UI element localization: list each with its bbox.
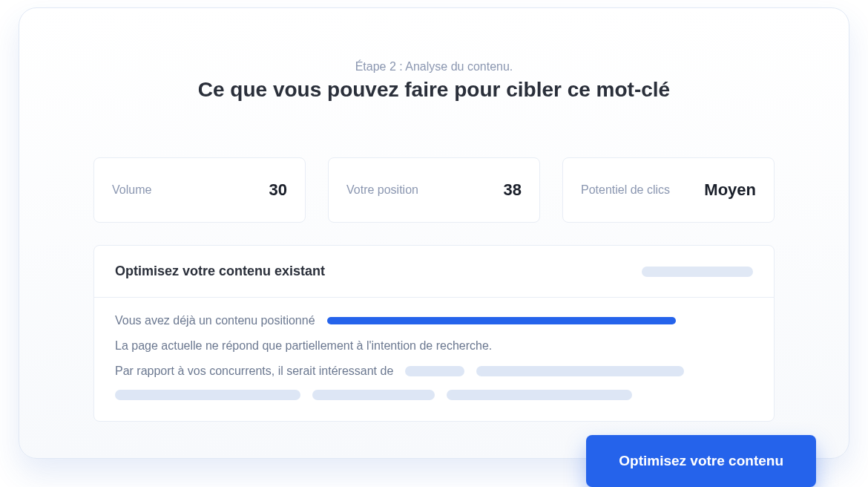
main-title: Ce que vous pouvez faire pour cibler ce … — [93, 78, 775, 102]
stat-label: Potentiel de clics — [581, 183, 670, 197]
placeholder-pill — [115, 390, 300, 400]
content-line-3: Par rapport à vos concurrents, il serait… — [115, 365, 753, 378]
stat-label: Votre position — [346, 183, 418, 197]
panel-header: Optimisez votre contenu existant — [94, 246, 774, 298]
content-line-2: La page actuelle ne répond que partielle… — [115, 339, 753, 353]
analysis-card: Étape 2 : Analyse du contenu. Ce que vou… — [19, 7, 849, 459]
stat-card-position: Votre position 38 — [328, 157, 540, 223]
placeholder-pill — [405, 366, 464, 376]
step-label: Étape 2 : Analyse du contenu. — [93, 60, 775, 73]
content-line-1: Vous avez déjà un contenu positionné — [115, 314, 753, 327]
optimize-content-button[interactable]: Optimisez votre contenu — [586, 435, 816, 487]
placeholder-pill — [312, 390, 435, 400]
line-text: La page actuelle ne répond que partielle… — [115, 339, 492, 353]
stat-value: 38 — [504, 180, 522, 200]
stat-value: 30 — [269, 180, 287, 200]
stat-card-volume: Volume 30 — [93, 157, 306, 223]
line-text: Vous avez déjà un contenu positionné — [115, 314, 315, 327]
highlight-bar — [327, 317, 676, 324]
stat-label: Volume — [112, 183, 151, 197]
stat-card-potential: Potentiel de clics Moyen — [562, 157, 775, 223]
line-text: Par rapport à vos concurrents, il serait… — [115, 365, 393, 378]
stat-value: Moyen — [704, 180, 756, 200]
content-panel: Optimisez votre contenu existant Vous av… — [93, 245, 775, 422]
placeholder-pill — [447, 390, 632, 400]
panel-body: Vous avez déjà un contenu positionné La … — [94, 298, 774, 421]
content-line-4 — [115, 390, 753, 400]
stats-row: Volume 30 Votre position 38 Potentiel de… — [93, 157, 775, 223]
panel-title: Optimisez votre contenu existant — [115, 264, 325, 279]
placeholder-pill — [642, 267, 753, 277]
placeholder-pill — [476, 366, 684, 376]
